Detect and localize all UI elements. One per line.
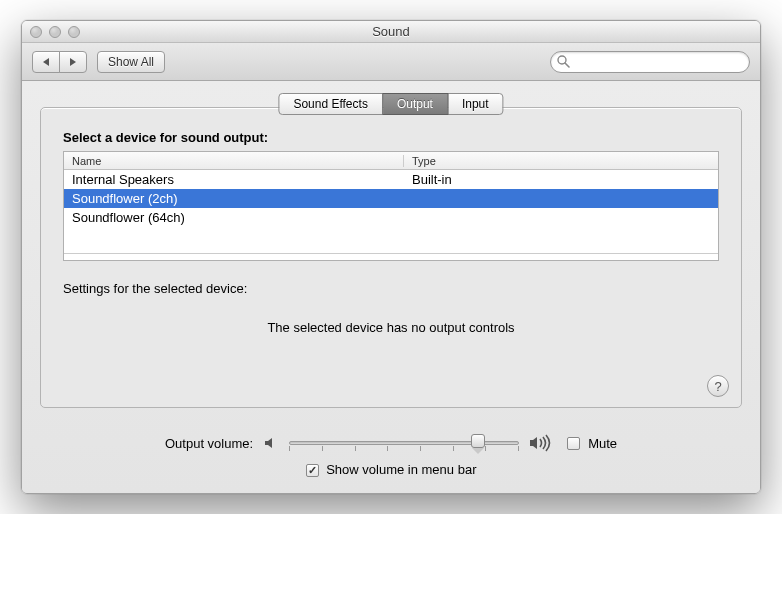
settings-for-device-label: Settings for the selected device: bbox=[63, 281, 719, 296]
mute-control[interactable]: Mute bbox=[567, 436, 617, 451]
device-row[interactable]: Soundflower (2ch) bbox=[64, 189, 718, 208]
tab-output[interactable]: Output bbox=[382, 93, 448, 115]
device-type: Built-in bbox=[404, 172, 718, 187]
device-name: Soundflower (2ch) bbox=[64, 191, 404, 206]
device-row-empty bbox=[64, 227, 718, 246]
select-device-label: Select a device for sound output: bbox=[63, 130, 719, 145]
volume-slider-thumb[interactable] bbox=[471, 434, 485, 452]
speaker-min-icon bbox=[263, 435, 279, 451]
output-volume-row: Output volume: Mute bbox=[40, 434, 742, 452]
forward-button[interactable] bbox=[59, 51, 87, 73]
titlebar: Sound bbox=[22, 21, 760, 43]
device-row-partial bbox=[64, 253, 718, 260]
show-volume-menubar-control[interactable]: Show volume in menu bar bbox=[306, 462, 477, 477]
preferences-window: Sound Show All Sound Effects Output Inpu… bbox=[21, 20, 761, 494]
zoom-window-button[interactable] bbox=[68, 26, 80, 38]
help-button[interactable]: ? bbox=[707, 375, 729, 397]
show-all-button[interactable]: Show All bbox=[97, 51, 165, 73]
tab-bar: Sound Effects Output Input bbox=[278, 93, 503, 115]
column-header-type[interactable]: Type bbox=[404, 155, 718, 167]
search-input[interactable] bbox=[550, 51, 750, 73]
minimize-window-button[interactable] bbox=[49, 26, 61, 38]
device-table-header: Name Type bbox=[64, 152, 718, 170]
back-button[interactable] bbox=[32, 51, 60, 73]
search-icon bbox=[557, 55, 570, 68]
device-row[interactable]: Soundflower (64ch) bbox=[64, 208, 718, 227]
device-table: Name Type Internal Speakers Built-in Sou… bbox=[63, 151, 719, 261]
device-row[interactable]: Internal Speakers Built-in bbox=[64, 170, 718, 189]
search-field-container bbox=[550, 51, 750, 73]
tab-input[interactable]: Input bbox=[447, 93, 504, 115]
mute-label: Mute bbox=[588, 436, 617, 451]
content-area: Sound Effects Output Input Select a devi… bbox=[22, 81, 760, 493]
window-title: Sound bbox=[22, 24, 760, 39]
nav-buttons bbox=[32, 51, 87, 73]
device-name: Internal Speakers bbox=[64, 172, 404, 187]
show-volume-menubar-label: Show volume in menu bar bbox=[326, 462, 476, 477]
device-name: Soundflower (64ch) bbox=[64, 210, 404, 225]
tab-sound-effects[interactable]: Sound Effects bbox=[278, 93, 383, 115]
show-volume-menubar-checkbox[interactable] bbox=[306, 464, 319, 477]
output-volume-label: Output volume: bbox=[165, 436, 253, 451]
output-panel: Select a device for sound output: Name T… bbox=[40, 107, 742, 408]
toolbar: Show All bbox=[22, 43, 760, 81]
output-volume-slider[interactable] bbox=[289, 434, 519, 452]
no-output-controls-message: The selected device has no output contro… bbox=[63, 320, 719, 335]
show-volume-menubar-row: Show volume in menu bar bbox=[40, 462, 742, 477]
chevron-left-icon bbox=[43, 58, 49, 66]
svg-line-1 bbox=[565, 63, 569, 67]
window-controls bbox=[30, 26, 80, 38]
close-window-button[interactable] bbox=[30, 26, 42, 38]
speaker-max-icon bbox=[529, 434, 551, 452]
chevron-right-icon bbox=[70, 58, 76, 66]
column-header-name[interactable]: Name bbox=[64, 155, 404, 167]
mute-checkbox[interactable] bbox=[567, 437, 580, 450]
